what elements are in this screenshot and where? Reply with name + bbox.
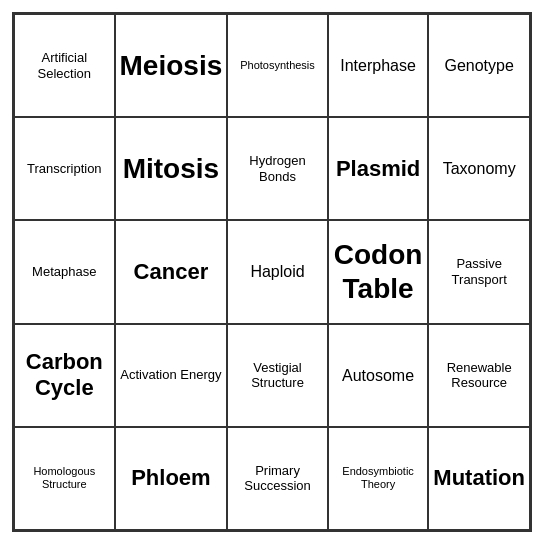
cell-text-17: Vestigial Structure (232, 360, 323, 391)
cell-text-10: Metaphase (32, 264, 96, 280)
bingo-cell-24: Mutation (428, 427, 530, 530)
bingo-cell-14: Passive Transport (428, 220, 530, 323)
cell-text-1: Meiosis (120, 49, 223, 83)
cell-text-23: Endosymbiotic Theory (333, 465, 424, 491)
bingo-cell-16: Activation Energy (115, 324, 228, 427)
cell-text-18: Autosome (342, 366, 414, 385)
cell-text-3: Interphase (340, 56, 416, 75)
bingo-cell-22: Primary Succession (227, 427, 328, 530)
bingo-cell-5: Transcription (14, 117, 115, 220)
bingo-grid: Artificial SelectionMeiosisPhotosynthesi… (14, 14, 530, 530)
bingo-cell-20: Homologous Structure (14, 427, 115, 530)
cell-text-8: Plasmid (336, 156, 420, 182)
cell-text-16: Activation Energy (120, 367, 221, 383)
cell-text-4: Genotype (444, 56, 513, 75)
bingo-board: Artificial SelectionMeiosisPhotosynthesi… (12, 12, 532, 532)
cell-text-22: Primary Succession (232, 463, 323, 494)
bingo-cell-6: Mitosis (115, 117, 228, 220)
cell-text-6: Mitosis (123, 152, 219, 186)
cell-text-20: Homologous Structure (19, 465, 110, 491)
bingo-cell-0: Artificial Selection (14, 14, 115, 117)
cell-text-2: Photosynthesis (240, 59, 315, 72)
bingo-cell-19: Renewable Resource (428, 324, 530, 427)
cell-text-9: Taxonomy (443, 159, 516, 178)
bingo-cell-11: Cancer (115, 220, 228, 323)
cell-text-15: Carbon Cycle (19, 349, 110, 402)
cell-text-24: Mutation (433, 465, 525, 491)
bingo-cell-8: Plasmid (328, 117, 429, 220)
bingo-cell-15: Carbon Cycle (14, 324, 115, 427)
bingo-cell-1: Meiosis (115, 14, 228, 117)
bingo-cell-10: Metaphase (14, 220, 115, 323)
cell-text-19: Renewable Resource (433, 360, 525, 391)
bingo-cell-23: Endosymbiotic Theory (328, 427, 429, 530)
cell-text-7: Hydrogen Bonds (232, 153, 323, 184)
cell-text-12: Haploid (250, 262, 304, 281)
bingo-cell-17: Vestigial Structure (227, 324, 328, 427)
bingo-cell-21: Phloem (115, 427, 228, 530)
bingo-cell-18: Autosome (328, 324, 429, 427)
bingo-cell-2: Photosynthesis (227, 14, 328, 117)
cell-text-5: Transcription (27, 161, 102, 177)
bingo-cell-7: Hydrogen Bonds (227, 117, 328, 220)
bingo-cell-12: Haploid (227, 220, 328, 323)
cell-text-0: Artificial Selection (19, 50, 110, 81)
bingo-cell-3: Interphase (328, 14, 429, 117)
cell-text-13: Codon Table (333, 238, 424, 305)
cell-text-11: Cancer (134, 259, 209, 285)
cell-text-21: Phloem (131, 465, 210, 491)
cell-text-14: Passive Transport (433, 256, 525, 287)
bingo-cell-9: Taxonomy (428, 117, 530, 220)
bingo-cell-13: Codon Table (328, 220, 429, 323)
bingo-cell-4: Genotype (428, 14, 530, 117)
